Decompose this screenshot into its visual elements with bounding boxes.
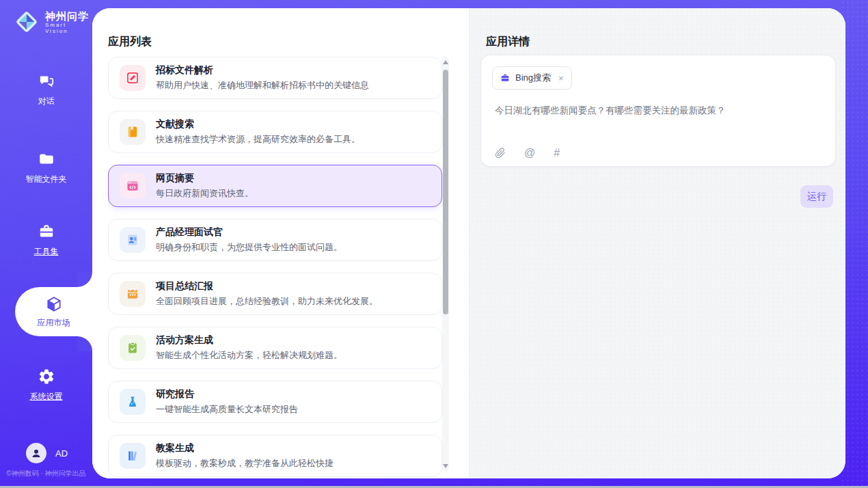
app-list-section: 应用列表 招标文件解析帮助用户快速、准确地理解和解析招标书中的关键信息文献搜索快… xyxy=(92,8,469,478)
app-card-desc: 智能生成个性化活动方案，轻松解决规划难题。 xyxy=(156,349,342,362)
browser-icon xyxy=(120,173,146,199)
gear-icon xyxy=(38,368,55,385)
mention-icon[interactable]: @ xyxy=(524,148,535,159)
app-card-desc: 一键智能生成高质量长文本研究报告 xyxy=(156,403,298,416)
app-card-desc: 全面回顾项目进展，总结经验教训，助力未来优化发展。 xyxy=(156,295,378,308)
app-detail-section: 应用详情 Bing搜索 × 今日湖北有哪些新闻要点？有哪些需要关注的最新政策？ xyxy=(469,8,845,478)
app-card-5[interactable]: 项目总结汇报全面回顾项目进展，总结经验教训，助力未来优化发展。 xyxy=(108,273,442,315)
user-account[interactable]: AD xyxy=(26,443,68,463)
attachment-icon[interactable] xyxy=(495,148,506,159)
tool-tag-label: Bing搜索 xyxy=(515,72,551,84)
app-card-7[interactable]: 研究报告一键智能生成高质量长文本研究报告 xyxy=(108,381,442,423)
sidebar-item-label: 工具集 xyxy=(34,246,59,258)
sidebar-item-label: 对话 xyxy=(38,96,55,107)
toolbox-icon xyxy=(38,223,55,241)
sidebar-item-label: 智能文件夹 xyxy=(26,174,67,185)
app-card-desc: 模板驱动，教案秒成，教学准备从此轻松快捷 xyxy=(156,457,334,470)
edit-doc-icon xyxy=(120,65,146,91)
tag-close-icon[interactable]: × xyxy=(558,73,564,83)
sidebar-item-app-market[interactable]: 应用市场 xyxy=(15,287,92,336)
sidebar-item-tools[interactable]: 工具集 xyxy=(0,223,92,258)
app-card-desc: 每日政府新闻资讯快查。 xyxy=(156,187,254,200)
prompt-toolbar: @ # xyxy=(495,148,560,159)
app-list-title: 应用列表 xyxy=(108,35,152,49)
briefcase-icon xyxy=(500,73,510,83)
scroll-thumb[interactable] xyxy=(443,70,448,314)
interview-icon xyxy=(120,227,146,253)
person-icon xyxy=(30,447,42,459)
sidebar-item-label: 应用市场 xyxy=(38,317,70,329)
brand-tagline: Smart Vision xyxy=(45,22,92,34)
tool-tag-bing-search[interactable]: Bing搜索 × xyxy=(492,66,572,90)
sidebar-item-settings[interactable]: 系统设置 xyxy=(0,368,92,403)
app-card-desc: 帮助用户快速、准确地理解和解析招标书中的关键信息 xyxy=(156,79,369,92)
cube-icon xyxy=(45,295,63,313)
calendar-icon xyxy=(120,281,146,307)
app-list-scrollbar[interactable] xyxy=(442,57,449,472)
app-window: 神州问学 Smart Vision 对话智能文件夹工具集应用市场系统设置 AD … xyxy=(0,0,868,488)
app-list: 招标文件解析帮助用户快速、准确地理解和解析招标书中的关键信息文献搜索快速精准查找… xyxy=(108,57,442,478)
app-card-title: 招标文件解析 xyxy=(156,64,369,77)
sidebar-footer: ©神州数码 · 神州问学出品 xyxy=(0,469,92,478)
app-card-title: 产品经理面试官 xyxy=(156,226,342,239)
books-icon xyxy=(120,443,146,469)
book-icon xyxy=(120,119,146,145)
flask-icon xyxy=(120,389,146,415)
scroll-down-arrow[interactable] xyxy=(443,464,448,468)
app-card-8[interactable]: 教案生成模板驱动，教案秒成，教学准备从此轻松快捷 xyxy=(108,435,442,477)
prompt-input[interactable]: 今日湖北有哪些新闻要点？有哪些需要关注的最新政策？ xyxy=(495,105,822,117)
sidebar: 神州问学 Smart Vision 对话智能文件夹工具集应用市场系统设置 AD … xyxy=(0,0,92,488)
app-card-desc: 明确身份和职责，为您提供专业性的面试问题。 xyxy=(156,241,342,254)
app-card-3[interactable]: 网页摘要每日政府新闻资讯快查。 xyxy=(108,165,442,207)
app-card-title: 教案生成 xyxy=(156,442,334,455)
app-card-title: 研究报告 xyxy=(156,388,298,401)
app-card-4[interactable]: 产品经理面试官明确身份和职责，为您提供专业性的面试问题。 xyxy=(108,219,442,261)
run-button[interactable]: 运行 xyxy=(800,185,833,208)
folder-icon xyxy=(38,150,55,168)
app-card-1[interactable]: 招标文件解析帮助用户快速、准确地理解和解析招标书中的关键信息 xyxy=(108,57,442,99)
chat-icon xyxy=(38,72,55,90)
main-panel: 应用列表 招标文件解析帮助用户快速、准确地理解和解析招标书中的关键信息文献搜索快… xyxy=(92,8,845,478)
app-card-6[interactable]: 活动方案生成智能生成个性化活动方案，轻松解决规划难题。 xyxy=(108,327,442,369)
scroll-up-arrow[interactable] xyxy=(443,60,448,64)
app-card-title: 网页摘要 xyxy=(156,172,254,185)
brand-logo: 神州问学 Smart Vision xyxy=(14,9,92,35)
tab-curve-top xyxy=(77,272,92,287)
app-card-title: 活动方案生成 xyxy=(156,334,342,347)
sidebar-item-chat[interactable]: 对话 xyxy=(0,72,92,107)
clipboard-icon xyxy=(120,335,146,361)
tab-curve-bottom xyxy=(77,336,92,351)
app-detail-title: 应用详情 xyxy=(486,35,530,49)
app-card-desc: 快速精准查找学术资源，提高研究效率的必备工具。 xyxy=(156,133,360,146)
user-label: AD xyxy=(55,448,68,459)
brand-name: 神州问学 xyxy=(45,10,92,22)
avatar xyxy=(26,443,46,463)
diamond-logo-icon xyxy=(14,9,40,35)
sidebar-item-folders[interactable]: 智能文件夹 xyxy=(0,150,92,185)
hash-icon[interactable]: # xyxy=(554,148,560,159)
app-card-2[interactable]: 文献搜索快速精准查找学术资源，提高研究效率的必备工具。 xyxy=(108,111,442,153)
sidebar-item-label: 系统设置 xyxy=(30,391,63,403)
app-card-title: 文献搜索 xyxy=(156,118,360,131)
prompt-card: Bing搜索 × 今日湖北有哪些新闻要点？有哪些需要关注的最新政策？ @ # xyxy=(480,55,836,167)
app-card-title: 项目总结汇报 xyxy=(156,280,378,293)
